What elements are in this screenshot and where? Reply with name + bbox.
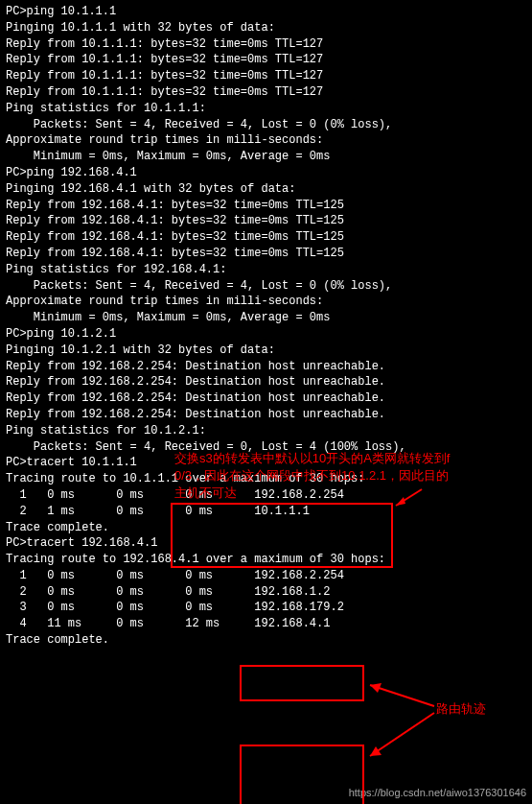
annotation-unreachable-text: 交换s3的转发表中默认以10开头的A类网就转发到f 0/3，因此在这个网段中找不… bbox=[174, 450, 529, 503]
svg-marker-3 bbox=[370, 683, 382, 693]
reply-3c: Reply from 192.168.2.254: Destination ho… bbox=[6, 390, 526, 407]
reply-1c: Reply from 10.1.1.1: bytes=32 time=0ms T… bbox=[6, 68, 526, 84]
reply-2c: Reply from 192.168.4.1: bytes=32 time=0m… bbox=[6, 229, 526, 246]
redbox-trace-1 bbox=[240, 665, 364, 701]
hop-4b: 2 1 ms 0 ms 0 ms 10.1.1.1 bbox=[6, 504, 526, 520]
packets-2: Packets: Sent = 4, Received = 4, Lost = … bbox=[6, 278, 526, 295]
pinging-1: Pinging 10.1.1.1 with 32 bytes of data: bbox=[6, 20, 526, 36]
tracing-5: Tracing route to 192.168.4.1 over a maxi… bbox=[6, 552, 526, 568]
trace-complete-5: Trace complete. bbox=[6, 632, 526, 649]
pinging-2: Pinging 192.168.4.1 with 32 bytes of dat… bbox=[6, 181, 526, 198]
reply-3b: Reply from 192.168.2.254: Destination ho… bbox=[6, 374, 526, 390]
watermark: https://blog.csdn.net/aiwo1376301646 bbox=[349, 786, 526, 800]
annotation-route-trace: 路由轨迹 bbox=[436, 700, 486, 718]
reply-3a: Reply from 192.168.2.254: Destination ho… bbox=[6, 359, 526, 375]
reply-2b: Reply from 192.168.4.1: bytes=32 time=0m… bbox=[6, 213, 526, 229]
cmd-ping-1: PC>ping 10.1.1.1 bbox=[6, 4, 526, 20]
hop-5a: 1 0 ms 0 ms 0 ms 192.168.2.254 bbox=[6, 568, 526, 584]
cmd-ping-2: PC>ping 192.168.4.1 bbox=[6, 165, 526, 181]
approx-2: Approximate round trip times in milli-se… bbox=[6, 294, 526, 310]
reply-2a: Reply from 192.168.4.1: bytes=32 time=0m… bbox=[6, 198, 526, 214]
reply-1d: Reply from 10.1.1.1: bytes=32 time=0ms T… bbox=[6, 84, 526, 101]
trace-complete-4: Trace complete. bbox=[6, 520, 526, 536]
arrow-trace-1 bbox=[362, 679, 439, 710]
hop-5d: 4 11 ms 0 ms 12 ms 192.168.4.1 bbox=[6, 616, 526, 632]
reply-3d: Reply from 192.168.2.254: Destination ho… bbox=[6, 407, 526, 423]
reply-1b: Reply from 10.1.1.1: bytes=32 time=0ms T… bbox=[6, 52, 526, 68]
minmax-2: Minimum = 0ms, Maximum = 0ms, Average = … bbox=[6, 310, 526, 326]
minmax-1: Minimum = 0ms, Maximum = 0ms, Average = … bbox=[6, 149, 526, 165]
svg-line-4 bbox=[370, 713, 434, 756]
annotation-line-1: 交换s3的转发表中默认以10开头的A类网就转发到f bbox=[174, 450, 529, 467]
reply-2d: Reply from 192.168.4.1: bytes=32 time=0m… bbox=[6, 246, 526, 262]
arrow-trace-2 bbox=[362, 710, 439, 763]
svg-line-2 bbox=[370, 685, 434, 706]
pinging-3: Pinging 10.1.2.1 with 32 bytes of data: bbox=[6, 343, 526, 359]
approx-1: Approximate round trip times in milli-se… bbox=[6, 132, 526, 149]
packets-1: Packets: Sent = 4, Received = 4, Lost = … bbox=[6, 117, 526, 133]
cmd-tracert-2: PC>tracert 192.168.4.1 bbox=[6, 535, 526, 552]
stats-3: Ping statistics for 10.1.2.1: bbox=[6, 423, 526, 439]
reply-1a: Reply from 10.1.1.1: bytes=32 time=0ms T… bbox=[6, 36, 526, 53]
stats-1: Ping statistics for 10.1.1.1: bbox=[6, 101, 526, 117]
hop-5b: 2 0 ms 0 ms 0 ms 192.168.1.2 bbox=[6, 584, 526, 601]
stats-2: Ping statistics for 192.168.4.1: bbox=[6, 262, 526, 278]
annotation-line-3: 主机不可达 bbox=[174, 485, 529, 502]
cmd-ping-3: PC>ping 10.1.2.1 bbox=[6, 326, 526, 343]
annotation-line-2: 0/3，因此在这个网段中找不到10.1.2.1，因此目的 bbox=[174, 467, 529, 485]
hop-5c: 3 0 ms 0 ms 0 ms 192.168.179.2 bbox=[6, 600, 526, 616]
svg-marker-5 bbox=[370, 746, 382, 756]
redbox-trace-2 bbox=[240, 745, 364, 804]
